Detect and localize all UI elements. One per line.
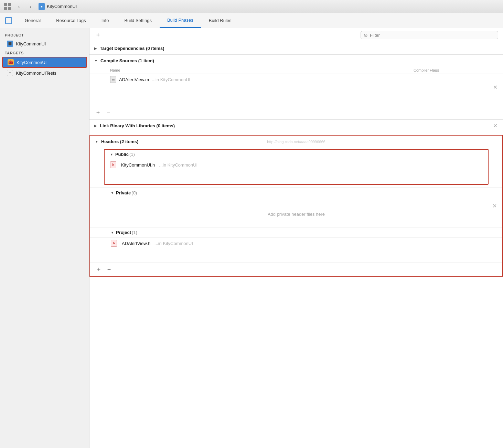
headers-footer: + − xyxy=(90,263,502,276)
file-cell: m ADAIertView.m ...in KityCommonUI xyxy=(110,76,414,83)
remove-header-button[interactable]: − xyxy=(105,266,113,273)
m-file-icon: m xyxy=(110,76,116,83)
sub-triangle-project: ▼ xyxy=(111,231,114,234)
back-button[interactable]: ‹ xyxy=(15,3,23,10)
forward-button[interactable]: › xyxy=(27,3,34,10)
compile-sources-footer: + − xyxy=(89,106,503,119)
sidebar: PROJECT ⬛ KityCommonUI TARGETS 🧰 KityCom… xyxy=(0,28,89,448)
sidebar-item-target[interactable]: 🧰 KityCommonUI xyxy=(2,57,87,68)
content-area: + ⊜ ▶ Target Dependencies (0 items) ▼ Co… xyxy=(89,28,503,448)
section-header-target-dependencies[interactable]: ▶ Target Dependencies (0 items) xyxy=(89,42,503,54)
tab-info[interactable]: Info xyxy=(94,13,117,28)
section-headers: ▼ Headers (2 items) ✕ http://blog.csdn.n… xyxy=(89,135,503,277)
tabbar: General Resource Tags Info Build Setting… xyxy=(0,13,503,28)
table-row[interactable]: h KityCommonUI.h ...in KityCommonUI xyxy=(105,159,488,170)
filter-icon: ⊜ xyxy=(364,32,368,38)
target-icon: 🧰 xyxy=(8,59,14,65)
file-icon: ■ xyxy=(39,3,45,10)
subsection-project: ▼ Project (1) h ADAlertView.h ...in Kity… xyxy=(90,227,502,263)
section-header-link-binary[interactable]: ▶ Link Binary With Libraries (0 items) ✕ xyxy=(89,120,503,132)
tab-general[interactable]: General xyxy=(17,13,49,28)
close-link-binary-button[interactable]: ✕ xyxy=(492,123,498,129)
tab-build-settings[interactable]: Build Settings xyxy=(117,13,160,28)
square-icon xyxy=(5,17,12,24)
sidebar-section-targets: TARGETS xyxy=(0,49,89,56)
section-link-binary: ▶ Link Binary With Libraries (0 items) ✕ xyxy=(89,120,503,132)
close-headers-button[interactable]: ✕ xyxy=(491,203,497,209)
filter-box: ⊜ xyxy=(361,31,498,39)
triangle-icon-link: ▶ xyxy=(94,124,97,128)
public-empty-space xyxy=(105,170,488,184)
close-compile-sources-button[interactable]: ✕ xyxy=(492,84,498,90)
subsection-private: ▼ Private (0) Add private header files h… xyxy=(90,188,502,227)
project-file-icon: ⬛ xyxy=(7,41,13,47)
test-icon: □ xyxy=(7,70,13,76)
sidebar-section-project: PROJECT xyxy=(0,31,89,39)
window-title: ■ KityCommonUI xyxy=(39,3,77,10)
triangle-icon: ▶ xyxy=(94,46,97,50)
public-section-header[interactable]: ▼ Public (1) xyxy=(105,150,488,159)
add-compile-source-button[interactable]: + xyxy=(94,109,102,117)
project-section-header[interactable]: ▼ Project (1) xyxy=(90,227,502,237)
private-empty-space xyxy=(90,198,502,205)
triangle-down-icon: ▼ xyxy=(94,59,98,63)
section-target-dependencies: ▶ Target Dependencies (0 items) xyxy=(89,42,503,55)
sidebar-item-tests[interactable]: □ KityCommonUITests xyxy=(2,68,87,78)
subsection-public: ▼ Public (1) h KityCommonUI.h ...in Kity… xyxy=(104,149,489,185)
section-header-headers[interactable]: ▼ Headers (2 items) ✕ xyxy=(90,136,502,148)
view-toggle[interactable] xyxy=(0,13,17,28)
private-section-header[interactable]: ▼ Private (0) xyxy=(90,188,502,198)
table-row[interactable]: m ADAIertView.m ...in KityCommonUI xyxy=(89,74,503,85)
private-bottom-space xyxy=(90,224,502,227)
sub-triangle-public: ▼ xyxy=(110,153,113,156)
tab-build-rules[interactable]: Build Rules xyxy=(201,13,239,28)
private-placeholder: Add private header files here xyxy=(90,205,502,224)
compile-sources-table-header: Name Compiler Flags xyxy=(89,67,503,74)
project-empty-space xyxy=(90,249,502,263)
section-header-compile-sources[interactable]: ▼ Compile Sources (1 item) ✕ xyxy=(89,55,503,67)
h-file-icon-public: h xyxy=(110,161,116,168)
main-layout: PROJECT ⬛ KityCommonUI TARGETS 🧰 KityCom… xyxy=(0,28,503,448)
filter-input[interactable] xyxy=(370,33,495,38)
section-compile-sources: ▼ Compile Sources (1 item) ✕ Name Compil… xyxy=(89,55,503,120)
sub-triangle-private: ▼ xyxy=(111,191,114,195)
titlebar: ‹ › ■ KityCommonUI xyxy=(0,0,503,13)
empty-space xyxy=(89,85,503,106)
h-file-icon-project: h xyxy=(111,240,117,247)
triangle-down-headers: ▼ xyxy=(95,140,98,143)
tab-build-phases[interactable]: Build Phases xyxy=(160,13,201,28)
sidebar-item-project[interactable]: ⬛ KityCommonUI xyxy=(2,39,87,49)
remove-compile-source-button[interactable]: − xyxy=(105,109,112,117)
tab-resource-tags[interactable]: Resource Tags xyxy=(49,13,94,28)
add-header-button[interactable]: + xyxy=(95,266,103,273)
grid-icon xyxy=(4,3,11,10)
add-phase-button[interactable]: + xyxy=(94,31,102,39)
table-row[interactable]: h ADAlertView.h ...in KityCommonUI xyxy=(90,237,502,249)
content-toolbar: + ⊜ xyxy=(89,28,503,42)
